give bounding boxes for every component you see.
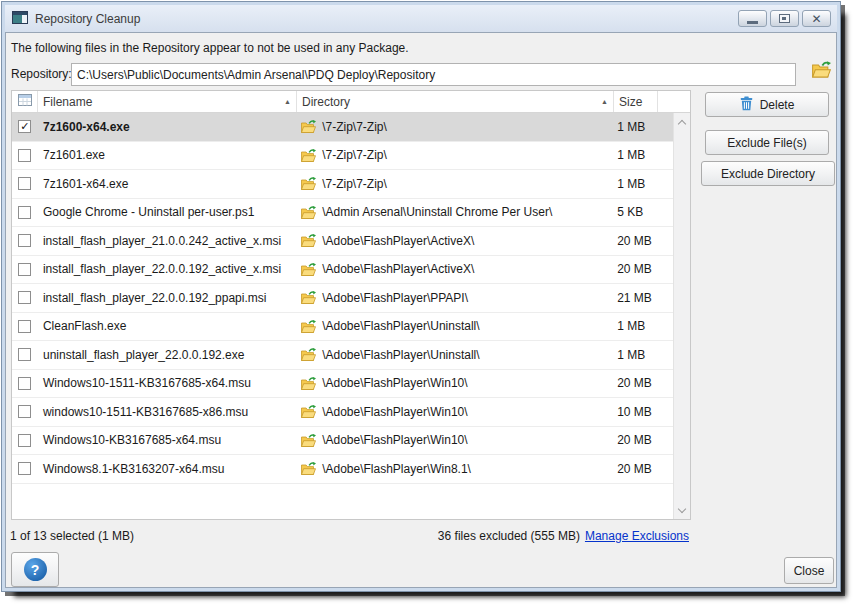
help-icon: ? bbox=[24, 558, 47, 581]
select-all-header[interactable] bbox=[12, 91, 38, 112]
row-filename: 7z1601-x64.exe bbox=[38, 177, 296, 191]
column-header-blank bbox=[658, 91, 690, 112]
row-filename: 7z1600-x64.exe bbox=[38, 120, 296, 134]
scroll-down-button[interactable] bbox=[674, 502, 691, 519]
exclude-directory-button[interactable]: Exclude Directory bbox=[701, 161, 835, 186]
close-window-button[interactable]: ✕ bbox=[802, 10, 831, 27]
row-directory: \Admin Arsenal\Uninstall Chrome Per User… bbox=[322, 205, 552, 219]
column-header-filename[interactable]: Filename ▲ bbox=[38, 91, 297, 112]
table-row[interactable]: CleanFlash.exe \Adobe\FlashPlayer\Uninst… bbox=[12, 313, 673, 342]
table-row[interactable]: ✓ 7z1600-x64.exe \7-Zip\7-Zip\ 1 MB bbox=[12, 113, 673, 142]
excluded-status: 36 files excluded (555 MB) bbox=[438, 529, 580, 543]
chevron-up-icon bbox=[678, 120, 686, 128]
repository-path-field[interactable] bbox=[71, 63, 796, 86]
row-checkbox[interactable] bbox=[18, 434, 31, 447]
column-header-size[interactable]: Size bbox=[614, 91, 658, 112]
close-button[interactable]: Close bbox=[784, 557, 834, 584]
row-directory: \7-Zip\7-Zip\ bbox=[322, 148, 387, 162]
row-size: 10 MB bbox=[612, 405, 673, 419]
row-directory: \7-Zip\7-Zip\ bbox=[322, 177, 387, 191]
folder-icon bbox=[301, 462, 316, 475]
row-filename: Windows10-1511-KB3167685-x64.msu bbox=[38, 376, 296, 390]
help-button[interactable]: ? bbox=[11, 552, 59, 587]
window-title: Repository Cleanup bbox=[35, 12, 140, 26]
row-checkbox[interactable] bbox=[18, 462, 31, 475]
row-checkbox[interactable] bbox=[18, 377, 31, 390]
delete-button[interactable]: Delete bbox=[705, 92, 829, 117]
row-directory: \Adobe\FlashPlayer\Win10\ bbox=[322, 433, 467, 447]
row-filename: uninstall_flash_player_22.0.0.192.exe bbox=[38, 348, 296, 362]
table-row[interactable]: Google Chrome - Uninstall per-user.ps1 \… bbox=[12, 199, 673, 228]
folder-icon bbox=[301, 234, 316, 247]
table-row[interactable]: install_flash_player_22.0.0.192_active_x… bbox=[12, 256, 673, 285]
scroll-up-button[interactable] bbox=[674, 113, 691, 130]
folder-icon bbox=[301, 291, 316, 304]
row-filename: Google Chrome - Uninstall per-user.ps1 bbox=[38, 205, 296, 219]
row-size: 1 MB bbox=[612, 177, 673, 191]
repository-cleanup-dialog: Repository Cleanup ✕ The following files… bbox=[1, 1, 841, 592]
row-size: 21 MB bbox=[612, 291, 673, 305]
folder-icon bbox=[301, 206, 316, 219]
row-size: 5 KB bbox=[612, 205, 673, 219]
row-size: 20 MB bbox=[612, 234, 673, 248]
dialog-content: The following files in the Repository ap… bbox=[5, 32, 837, 588]
row-size: 1 MB bbox=[612, 148, 673, 162]
folder-icon bbox=[301, 405, 316, 418]
row-directory: \Adobe\FlashPlayer\PPAPI\ bbox=[322, 291, 468, 305]
vertical-scrollbar[interactable] bbox=[673, 113, 690, 519]
sort-ascending-icon: ▲ bbox=[280, 98, 291, 105]
row-directory: \Adobe\FlashPlayer\Uninstall\ bbox=[322, 319, 479, 333]
row-checkbox[interactable] bbox=[18, 263, 31, 276]
table-row[interactable]: 7z1601-x64.exe \7-Zip\7-Zip\ 1 MB bbox=[12, 170, 673, 199]
row-directory: \Adobe\FlashPlayer\ActiveX\ bbox=[322, 262, 474, 276]
row-checkbox[interactable] bbox=[18, 177, 31, 190]
file-list: ✓ 7z1600-x64.exe \7-Zip\7-Zip\ 1 MB 7z16… bbox=[12, 113, 673, 519]
row-checkbox[interactable] bbox=[18, 291, 31, 304]
sort-ascending-icon: ▲ bbox=[597, 98, 608, 105]
row-directory: \Adobe\FlashPlayer\Win10\ bbox=[322, 376, 467, 390]
folder-icon bbox=[301, 120, 316, 133]
folder-icon bbox=[301, 320, 316, 333]
folder-icon bbox=[301, 377, 316, 390]
row-size: 1 MB bbox=[612, 319, 673, 333]
table-row[interactable]: uninstall_flash_player_22.0.0.192.exe \A… bbox=[12, 341, 673, 370]
manage-exclusions-link[interactable]: Manage Exclusions bbox=[585, 529, 689, 543]
row-filename: 7z1601.exe bbox=[38, 148, 296, 162]
file-table: Filename ▲ Directory ▲ Size ✓ 7z1600-x64… bbox=[11, 90, 691, 520]
table-row[interactable]: windows10-1511-KB3167685-x86.msu \Adobe\… bbox=[12, 398, 673, 427]
close-icon: ✕ bbox=[811, 13, 821, 25]
row-checkbox[interactable] bbox=[18, 405, 31, 418]
selection-status: 1 of 13 selected (1 MB) bbox=[10, 529, 134, 543]
row-checkbox[interactable] bbox=[18, 348, 31, 361]
table-row[interactable]: Windows8.1-KB3163207-x64.msu \Adobe\Flas… bbox=[12, 455, 673, 484]
table-row[interactable]: install_flash_player_21.0.0.242_active_x… bbox=[12, 227, 673, 256]
browse-folder-icon[interactable] bbox=[812, 61, 831, 81]
row-checkbox[interactable] bbox=[18, 206, 31, 219]
row-filename: Windows8.1-KB3163207-x64.msu bbox=[38, 462, 296, 476]
row-directory: \7-Zip\7-Zip\ bbox=[322, 120, 387, 134]
restore-button[interactable] bbox=[770, 10, 799, 27]
table-row[interactable]: install_flash_player_22.0.0.192_ppapi.ms… bbox=[12, 284, 673, 313]
row-size: 1 MB bbox=[612, 348, 673, 362]
table-row[interactable]: Windows10-KB3167685-x64.msu \Adobe\Flash… bbox=[12, 427, 673, 456]
row-checkbox[interactable] bbox=[18, 234, 31, 247]
title-bar[interactable]: Repository Cleanup ✕ bbox=[5, 5, 837, 32]
minimize-button[interactable] bbox=[738, 10, 767, 27]
exclude-files-button[interactable]: Exclude File(s) bbox=[705, 130, 829, 155]
row-checkbox[interactable] bbox=[18, 149, 31, 162]
row-filename: Windows10-KB3167685-x64.msu bbox=[38, 433, 296, 447]
row-size: 1 MB bbox=[612, 120, 673, 134]
row-checkbox[interactable] bbox=[18, 320, 31, 333]
table-row[interactable]: 7z1601.exe \7-Zip\7-Zip\ 1 MB bbox=[12, 142, 673, 171]
row-checkbox[interactable]: ✓ bbox=[18, 120, 31, 133]
folder-icon bbox=[301, 348, 316, 361]
column-header-directory[interactable]: Directory ▲ bbox=[297, 91, 614, 112]
table-row[interactable]: Windows10-1511-KB3167685-x64.msu \Adobe\… bbox=[12, 370, 673, 399]
trash-icon bbox=[740, 96, 753, 114]
row-size: 20 MB bbox=[612, 262, 673, 276]
row-filename: install_flash_player_21.0.0.242_active_x… bbox=[38, 234, 296, 248]
folder-icon bbox=[301, 177, 316, 190]
row-filename: install_flash_player_22.0.0.192_active_x… bbox=[38, 262, 296, 276]
row-size: 20 MB bbox=[612, 376, 673, 390]
table-header: Filename ▲ Directory ▲ Size bbox=[12, 91, 690, 113]
